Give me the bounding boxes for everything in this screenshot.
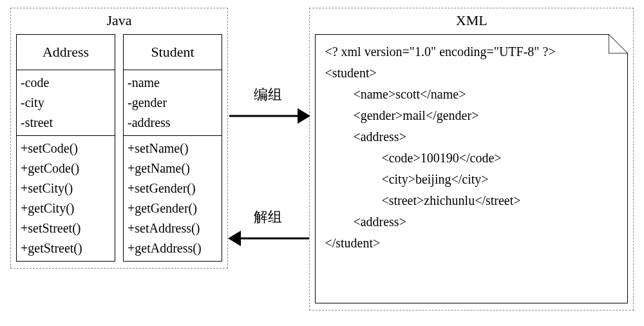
uml-op: +setGender() bbox=[128, 178, 218, 198]
uml-op: +getCode() bbox=[21, 158, 111, 178]
uml-class-name: Student bbox=[124, 35, 222, 70]
page-fold-icon bbox=[609, 34, 628, 53]
uml-class-ops: +setCode() +getCode() +setCity() +getCit… bbox=[17, 136, 115, 261]
xml-line: </student> bbox=[325, 233, 618, 254]
uml-op: +getStreet() bbox=[21, 238, 111, 258]
java-panel: Java Address -code -city -street +setCod… bbox=[10, 8, 228, 269]
uml-attr: -gender bbox=[128, 93, 218, 113]
uml-attr: -code bbox=[21, 73, 111, 93]
uml-op: +setAddress() bbox=[128, 218, 218, 238]
arrow-right-icon bbox=[228, 103, 310, 129]
java-panel-title: Java bbox=[16, 12, 222, 29]
unmarshal-label: 解组 bbox=[254, 207, 282, 227]
xml-line: <address> bbox=[325, 126, 618, 148]
xml-line: <? xml version="1.0" encoding="UTF-8" ?> bbox=[325, 41, 618, 62]
uml-op: +setName() bbox=[128, 139, 218, 158]
uml-op: +setCity() bbox=[21, 178, 111, 198]
uml-attr: -street bbox=[21, 113, 111, 133]
uml-op: +getAddress() bbox=[128, 238, 218, 258]
uml-class-student: Student -name -gender -address +setName(… bbox=[123, 34, 222, 262]
svg-marker-3 bbox=[228, 231, 241, 246]
uml-attr: -address bbox=[128, 113, 218, 133]
xml-line: <gender>mail</gender> bbox=[325, 105, 618, 126]
xml-line: <city>beijing</city> bbox=[325, 169, 618, 190]
uml-class-address: Address -code -city -street +setCode() +… bbox=[16, 34, 115, 262]
uml-class-attrs: -name -gender -address bbox=[124, 70, 222, 136]
marshal-label: 编组 bbox=[254, 85, 282, 104]
xml-line: <code>100190</code> bbox=[325, 148, 618, 169]
uml-attr: -city bbox=[21, 93, 111, 113]
uml-op: +setStreet() bbox=[21, 218, 111, 238]
uml-class-row: Address -code -city -street +setCode() +… bbox=[16, 34, 222, 262]
svg-marker-1 bbox=[298, 108, 310, 124]
xml-line: <name>scott</name> bbox=[325, 84, 618, 105]
diagram-root: Java Address -code -city -street +setCod… bbox=[0, 0, 644, 318]
uml-class-attrs: -code -city -street bbox=[17, 70, 115, 136]
xml-line: <student> bbox=[325, 62, 618, 84]
uml-class-name: Address bbox=[17, 35, 115, 70]
xml-panel: XML <? xml version="1.0" encoding="UTF-8… bbox=[309, 8, 634, 311]
xml-line: <street>zhichunlu</street> bbox=[325, 190, 618, 211]
xml-line: <address> bbox=[325, 211, 618, 233]
uml-op: +getGender() bbox=[128, 198, 218, 218]
uml-op: +getCity() bbox=[21, 198, 111, 218]
uml-attr: -name bbox=[128, 73, 218, 93]
uml-op: +setCode() bbox=[21, 139, 111, 158]
arrows-column: 编组 解组 bbox=[228, 8, 309, 291]
uml-op: +getName() bbox=[128, 158, 218, 178]
uml-class-ops: +setName() +getName() +setGender() +getG… bbox=[124, 136, 222, 261]
arrow-left-icon bbox=[228, 225, 310, 251]
xml-document: <? xml version="1.0" encoding="UTF-8" ?>… bbox=[315, 34, 628, 303]
xml-panel-title: XML bbox=[310, 12, 633, 29]
